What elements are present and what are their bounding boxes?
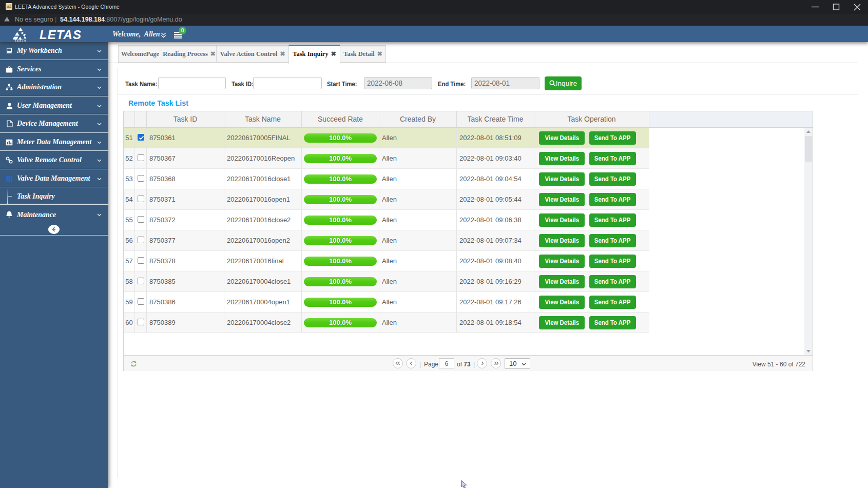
svg-text:LEETA: LEETA bbox=[14, 39, 27, 42]
